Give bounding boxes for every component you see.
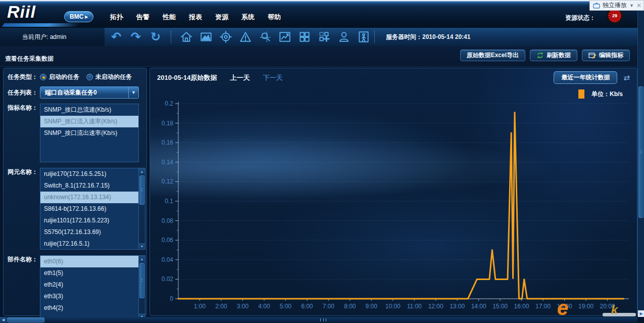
radio-started-tasks[interactable]: 启动的任务	[40, 73, 79, 81]
chevron-down-icon[interactable]: ▼	[128, 87, 138, 98]
scrollbar-thumb[interactable]	[7, 317, 44, 322]
component-listbox: eth0(6)eth1(5)eth2(4)eth3(3)eth4(2)lo0(1…	[40, 256, 138, 319]
scrollbar-thumb[interactable]	[139, 175, 144, 205]
list-item[interactable]: eth3(3)	[40, 291, 138, 302]
svg-text:13:00: 13:00	[450, 303, 465, 310]
home-icon[interactable]	[179, 30, 194, 44]
list-item[interactable]: ruijie1101(172.16.5.223)	[40, 215, 138, 226]
menu-item-7[interactable]: 帮助	[268, 13, 281, 22]
refresh-icon[interactable]: ↻	[148, 30, 163, 44]
list-item[interactable]: eth4(2)	[40, 302, 138, 314]
menu-item-4[interactable]: 报表	[189, 13, 202, 22]
vertical-scrollbar[interactable]: ▶	[637, 11, 644, 317]
export-excel-button[interactable]: 原始数据Excel导出	[460, 50, 525, 61]
list-item[interactable]: eth1(5)	[40, 267, 138, 279]
brand-logo: Riil	[7, 2, 36, 22]
svg-text:19:00: 19:00	[578, 303, 593, 310]
redo-icon[interactable]: ↷	[128, 30, 143, 44]
list-item[interactable]: eth0(6)	[40, 256, 138, 267]
list-item[interactable]: SNMP_接口流出速率(Kb/s)	[40, 127, 138, 139]
page-title: 查看任务采集数据	[5, 55, 54, 63]
chart-icon[interactable]	[277, 30, 292, 44]
target-icon[interactable]	[218, 30, 233, 44]
svg-text:1:00: 1:00	[194, 303, 206, 310]
svg-text:7:00: 7:00	[323, 303, 335, 310]
svg-text:18:00: 18:00	[557, 303, 572, 310]
scrollbar-thumb[interactable]	[638, 86, 643, 218]
task-list-dropdown[interactable]: 端口自动采集任务0 ▼	[40, 86, 139, 99]
list-item[interactable]: unknown(172.16.13.134)	[40, 192, 138, 203]
prev-day-link[interactable]: 上一天	[230, 73, 250, 82]
alarm-icon[interactable]	[238, 30, 253, 44]
sidebar-panel: 任务类型： 启动的任务 未启动的任务 任务列表： 端口自动采集任务0 ▼ 指标名…	[3, 68, 147, 316]
svg-text:8:00: 8:00	[344, 303, 356, 310]
year-stats-button[interactable]: 最近一年统计数据	[554, 71, 617, 84]
bmc-tab[interactable]: BMC ▶	[64, 11, 93, 22]
scroll-up-icon[interactable]: ▲	[139, 168, 145, 174]
tv-icon	[593, 3, 600, 9]
floating-player[interactable]: 独立播放 ▼ ✕	[589, 0, 644, 11]
svg-text:11:00: 11:00	[407, 303, 422, 310]
chart-title: 2010-05-14原始数据	[157, 73, 217, 82]
player-caret-icon[interactable]: ▼	[629, 3, 634, 8]
image-icon[interactable]	[199, 30, 214, 44]
list-item[interactable]: SNMP_接口总流速(Kb/s)	[40, 104, 138, 116]
svg-text:17:00: 17:00	[535, 303, 551, 310]
refresh-green-icon	[536, 52, 544, 59]
radio-unstarted-tasks[interactable]: 未启动的任务	[86, 73, 132, 81]
edit-metric-button[interactable]: 编辑指标	[582, 50, 630, 61]
list-item[interactable]: SNMP_接口流入速率(Kb/s)	[40, 116, 138, 127]
menu-item-6[interactable]: 系统	[241, 13, 255, 22]
window-title-strip	[0, 0, 644, 6]
component-label: 部件名称：	[8, 255, 40, 264]
svg-text:0: 0	[170, 295, 173, 302]
scroll-right-icon[interactable]: ▶	[638, 310, 644, 317]
line-chart[interactable]: 00.020.040.060.080.10.120.140.160.180.21…	[152, 97, 635, 314]
list-item[interactable]: eth2(4)	[40, 279, 138, 291]
svg-text:20:00: 20:00	[600, 303, 615, 310]
next-day-link[interactable]: 下一天	[263, 73, 283, 82]
search-grid-icon[interactable]	[258, 30, 273, 44]
undo-icon[interactable]: ↶	[109, 30, 124, 44]
grid-icon[interactable]	[297, 30, 312, 44]
svg-text:0.18: 0.18	[162, 120, 174, 127]
task-list-label: 任务列表：	[8, 88, 40, 97]
logo-swoosh	[2, 23, 80, 27]
refresh-data-button[interactable]: 刷新数据	[530, 50, 577, 61]
resource-status-label: 资源状态：	[565, 14, 596, 22]
scrollbar-thumb[interactable]	[139, 263, 144, 298]
list-item[interactable]: S5750(172.16.13.69)	[40, 226, 138, 238]
scroll-up-icon[interactable]: ▲	[139, 256, 145, 262]
svg-text:4:00: 4:00	[258, 303, 270, 310]
current-user-label: 当前用户: admin	[0, 28, 105, 46]
exit-icon[interactable]	[356, 30, 371, 44]
list-item[interactable]: S8614-b(172.16.13.66)	[40, 203, 138, 215]
component-list-scrollbar: ▲ ▼	[138, 256, 145, 319]
element-list-scrollbar: ▲ ▼	[138, 168, 145, 249]
list-item[interactable]: Switch_8.1(172.16.7.15)	[40, 180, 138, 192]
menu-item-1[interactable]: 拓扑	[110, 13, 123, 22]
svg-text:3:00: 3:00	[237, 303, 249, 310]
svg-text:15:00: 15:00	[492, 303, 508, 310]
list-item[interactable]: ruijie170(172.16.5.251)	[40, 168, 138, 180]
svg-text:0.04: 0.04	[162, 256, 174, 263]
menu-item-5[interactable]: 资源	[215, 13, 228, 22]
scroll-down-icon[interactable]: ▼	[139, 243, 145, 249]
list-item[interactable]: ruijie(172.16.5.1)	[40, 238, 138, 249]
metric-label: 指标名称：	[8, 104, 40, 112]
scroll-left-icon[interactable]: ◀	[0, 317, 7, 323]
svg-text:6:00: 6:00	[301, 303, 313, 310]
player-close-icon[interactable]: ✕	[636, 2, 641, 9]
grid-add-icon[interactable]	[317, 30, 332, 44]
svg-text:10:00: 10:00	[385, 303, 401, 310]
menu-item-3[interactable]: 性能	[163, 13, 176, 22]
user-icon[interactable]	[336, 30, 352, 44]
svg-text:0.06: 0.06	[162, 237, 174, 244]
menu-item-2[interactable]: 告警	[136, 13, 150, 22]
horizontal-scrollbar[interactable]: ◀	[0, 317, 637, 323]
swap-icon[interactable]: ⇄	[623, 73, 630, 82]
svg-text:9:00: 9:00	[366, 303, 378, 310]
edit-icon	[588, 52, 597, 59]
svg-text:16:00: 16:00	[514, 303, 529, 310]
element-listbox: ruijie170(172.16.5.251)Switch_8.1(172.16…	[40, 168, 138, 249]
